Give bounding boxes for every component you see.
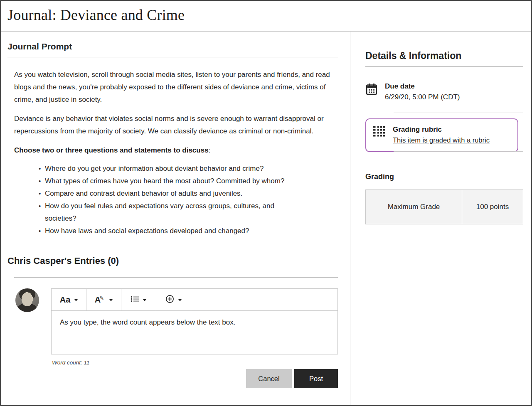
chevron-down-icon (143, 299, 146, 301)
journal-prompt-heading: Journal Prompt (7, 42, 338, 52)
details-heading: Details & Information (365, 50, 523, 66)
text-color-icon: A✎ (95, 295, 105, 305)
insert-content-button[interactable] (156, 289, 191, 310)
prompt-paragraph: As you watch television, scroll through … (14, 69, 338, 106)
divider (7, 57, 338, 57)
main-column: Journal Prompt As you watch television, … (1, 32, 350, 405)
prompt-question-list: Where do you get your information about … (33, 162, 308, 237)
prompt-instruction: Choose two or three questions and statem… (14, 144, 338, 157)
avatar (15, 288, 39, 312)
rubric-link[interactable]: This item is graded with a rubric (393, 136, 490, 144)
text-style-icon: Aa (60, 295, 71, 305)
entry-editor: Aa A✎ (51, 288, 338, 388)
chevron-down-icon (178, 299, 182, 301)
prompt-instruction-bold: Choose two or three questions and statem… (14, 146, 209, 154)
text-style-button[interactable]: Aa (52, 289, 86, 310)
cancel-button[interactable]: Cancel (246, 369, 292, 388)
maximum-grade-value: 100 points (462, 190, 523, 224)
chevron-down-icon (109, 299, 113, 301)
post-button[interactable]: Post (294, 369, 338, 388)
grading-heading: Grading (365, 172, 523, 181)
text-color-button[interactable]: A✎ (86, 289, 121, 310)
journal-prompt-body: As you watch television, scroll through … (14, 69, 338, 237)
list-item: How have laws and social expectations de… (33, 225, 308, 237)
list-format-button[interactable] (121, 289, 156, 310)
entry-text: As you type, the word count appears belo… (60, 318, 235, 326)
maximum-grade-label: Maximum Grade (366, 190, 462, 224)
due-date-label: Due date (385, 82, 460, 91)
due-date-text: Due date 6/29/20, 5:00 PM (CDT) (385, 82, 460, 101)
rubric-grid-icon (373, 125, 386, 144)
word-count: Word count: 11 (52, 359, 338, 366)
page-title: Journal: Deviance and Crime (7, 6, 525, 24)
list-item: What types of crimes have you heard the … (33, 175, 308, 187)
divider (394, 113, 523, 113)
editor-actions: Cancel Post (51, 369, 338, 388)
list-item: Compare and contrast deviant behavior of… (33, 187, 308, 200)
bullet-list-icon (131, 296, 139, 303)
due-date-item: Due date 6/29/20, 5:00 PM (CDT) (365, 82, 523, 101)
chevron-down-icon (74, 299, 78, 301)
rubric-text: Grading rubric This item is graded with … (393, 125, 490, 144)
journal-page: Journal: Deviance and Crime Journal Prom… (0, 0, 532, 406)
entry-textbox[interactable]: As you type, the word count appears belo… (51, 310, 338, 354)
list-item: How do you feel rules and expectations v… (33, 200, 308, 225)
divider (14, 277, 338, 278)
list-item: Where do you get your information about … (33, 162, 308, 175)
due-date-value: 6/29/20, 5:00 PM (CDT) (385, 93, 460, 101)
page-header: Journal: Deviance and Crime (1, 1, 531, 32)
prompt-paragraph: Deviance is any behavior that violates s… (14, 113, 338, 138)
divider (365, 242, 523, 242)
grading-rubric-box: Grading rubric This item is graded with … (365, 118, 518, 152)
calendar-icon (365, 82, 378, 101)
entries-heading: Chris Casper's Entries (0) (7, 256, 338, 266)
rubric-label: Grading rubric (393, 125, 490, 134)
content: Journal Prompt As you watch television, … (1, 32, 531, 405)
details-sidebar: Details & Information Due (350, 32, 531, 405)
editor-toolbar: Aa A✎ (51, 288, 338, 311)
entry-editor-row: Aa A✎ (7, 288, 338, 388)
divider (394, 151, 523, 152)
grading-table: Maximum Grade 100 points (365, 189, 523, 224)
insert-content-icon (165, 295, 174, 305)
